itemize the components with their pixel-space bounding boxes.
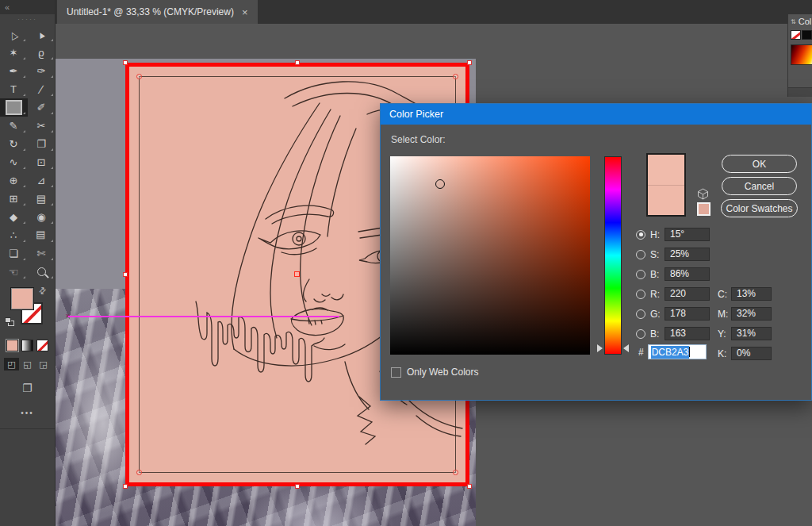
collapse-icon[interactable]: « bbox=[5, 2, 10, 12]
tool-pen[interactable]: ✒ bbox=[0, 62, 28, 80]
swap-fill-stroke-icon[interactable]: ⇄ bbox=[36, 285, 49, 298]
tool-width[interactable]: ∿ bbox=[0, 153, 28, 171]
selection-handle[interactable] bbox=[467, 60, 472, 65]
tool-gradient[interactable]: ▤ bbox=[28, 190, 56, 208]
b-label: B: bbox=[650, 269, 665, 280]
tool-shaper[interactable]: ✎ bbox=[0, 117, 28, 135]
c-input[interactable]: 13% bbox=[731, 287, 772, 301]
selection-handle[interactable] bbox=[123, 60, 128, 65]
m-input[interactable]: 32% bbox=[731, 307, 772, 321]
ok-button[interactable]: OK bbox=[722, 155, 797, 173]
tool-rectangle[interactable]: ▣ bbox=[0, 98, 28, 117]
b-radio[interactable] bbox=[636, 270, 645, 279]
s-radio[interactable] bbox=[636, 250, 645, 259]
magic-wand-icon: ✶ bbox=[10, 48, 18, 58]
tool-rotate[interactable]: ↻ bbox=[0, 135, 28, 153]
h-radio[interactable] bbox=[636, 230, 645, 240]
tool-line-segment[interactable]: ∕ bbox=[28, 80, 56, 98]
fill-color-swatch[interactable] bbox=[10, 287, 34, 310]
none-button[interactable] bbox=[36, 340, 48, 351]
panel-collapse-icon[interactable]: ⇅ bbox=[791, 18, 796, 25]
r-input[interactable]: 220 bbox=[665, 287, 710, 301]
selection-handle[interactable] bbox=[467, 484, 472, 489]
only-web-colors-checkbox[interactable] bbox=[391, 367, 401, 378]
edit-toolbar-icon[interactable]: ••• bbox=[0, 409, 55, 417]
tool-shape-builder[interactable]: ⊕ bbox=[0, 171, 28, 190]
illustrator-window: ✕ Untitled-1* @ 33,33 % (CMYK/Preview) ×… bbox=[0, 0, 812, 526]
tool-blend[interactable]: ◉ bbox=[28, 208, 56, 226]
k-input[interactable]: 0% bbox=[731, 347, 772, 360]
tool-free-transform[interactable]: ⊡ bbox=[28, 153, 56, 171]
tool-symbol-sprayer[interactable]: ∴ bbox=[0, 226, 28, 244]
screen-mode-icon[interactable]: ❐ bbox=[0, 382, 55, 394]
g-radio[interactable] bbox=[636, 309, 645, 319]
tool-artboard[interactable]: ❏ bbox=[0, 244, 28, 263]
y-label: Y: bbox=[718, 328, 731, 340]
g-label: G: bbox=[650, 309, 665, 320]
panel-stroke-swatch[interactable] bbox=[802, 30, 812, 40]
selection-handle[interactable] bbox=[123, 272, 128, 277]
tool-direct-selection[interactable]: ▲ bbox=[28, 25, 56, 44]
b2-input[interactable]: 163 bbox=[665, 327, 710, 340]
document-tab-title: Untitled-1* @ 33,33 % (CMYK/Preview) bbox=[67, 6, 234, 17]
direct-selection-icon: ▲ bbox=[35, 28, 48, 40]
color-field-marker[interactable] bbox=[435, 179, 445, 189]
tool-slice[interactable]: ✄ bbox=[28, 244, 56, 263]
hue-slider-handle[interactable] bbox=[623, 344, 629, 352]
b-input[interactable]: 86% bbox=[665, 267, 710, 281]
tool-scale[interactable]: ❐ bbox=[28, 135, 56, 153]
out-of-web-gamut-icon[interactable] bbox=[697, 188, 709, 200]
color-mode-buttons bbox=[0, 340, 55, 351]
tool-lasso[interactable]: ϱ bbox=[28, 44, 56, 62]
text-caret bbox=[689, 347, 690, 357]
tool-scissors[interactable]: ✂ bbox=[28, 117, 56, 135]
s-input[interactable]: 25% bbox=[665, 248, 710, 261]
tool-hand[interactable]: ☜ bbox=[0, 263, 28, 281]
toolbar-grip-icon[interactable]: ····· bbox=[0, 14, 55, 25]
document-tab[interactable]: Untitled-1* @ 33,33 % (CMYK/Preview) × bbox=[57, 0, 258, 24]
tool-mesh[interactable]: ⊞ bbox=[0, 190, 28, 208]
tool-perspective-grid[interactable]: ⊿ bbox=[28, 171, 56, 190]
selection-handle[interactable] bbox=[295, 60, 300, 65]
websafe-color-swatch[interactable] bbox=[697, 202, 710, 216]
draw-inside-button[interactable]: ◲ bbox=[36, 358, 51, 371]
tool-column-graph[interactable]: ▥ bbox=[28, 226, 56, 244]
color-picker-dialog: Color Picker Select Color: OK Cancel Col… bbox=[380, 103, 812, 401]
close-tab-icon[interactable]: × bbox=[242, 6, 248, 18]
scissors-icon: ✂ bbox=[37, 121, 46, 131]
field-row-k: K:0% bbox=[718, 347, 772, 360]
color-field[interactable] bbox=[390, 156, 590, 355]
tool-type[interactable]: T bbox=[0, 80, 28, 98]
h-input[interactable]: 15° bbox=[665, 228, 710, 241]
r-label: R: bbox=[650, 289, 665, 300]
tool-curvature-pen[interactable]: ✑ bbox=[28, 62, 56, 80]
panel-fill-none-swatch[interactable] bbox=[791, 30, 801, 40]
tool-eyedropper[interactable]: ◆ bbox=[0, 208, 28, 226]
cancel-button[interactable]: Cancel bbox=[722, 177, 797, 195]
toolbar-collapse-bar[interactable]: « bbox=[0, 0, 55, 14]
draw-behind-button[interactable]: ◱ bbox=[20, 358, 35, 371]
dialog-title-bar[interactable]: Color Picker bbox=[381, 104, 811, 125]
tool-zoom[interactable] bbox=[28, 263, 56, 281]
color-button[interactable] bbox=[6, 340, 18, 351]
tool-paintbrush[interactable]: ✐ bbox=[28, 98, 56, 117]
color-spectrum-bar[interactable] bbox=[791, 44, 812, 65]
y-input[interactable]: 31% bbox=[731, 327, 772, 340]
field-row-b: B:86% bbox=[636, 267, 710, 281]
default-colors-icon[interactable] bbox=[5, 317, 15, 327]
selection-handle[interactable] bbox=[123, 484, 128, 489]
selection-handle[interactable] bbox=[295, 484, 300, 489]
hex-input[interactable]: DCB2A3 bbox=[648, 344, 707, 359]
anchor-point[interactable] bbox=[294, 271, 300, 277]
measure-line[interactable] bbox=[68, 316, 339, 317]
r-radio[interactable] bbox=[636, 290, 645, 299]
hue-slider-handle[interactable] bbox=[597, 344, 603, 352]
hue-slider[interactable] bbox=[604, 156, 622, 355]
draw-normal-button[interactable]: ◰ bbox=[4, 358, 19, 371]
g-input[interactable]: 178 bbox=[665, 307, 710, 321]
tool-selection[interactable]: △ bbox=[0, 25, 28, 44]
tool-magic-wand[interactable]: ✶ bbox=[0, 44, 28, 62]
b2-radio[interactable] bbox=[636, 329, 645, 339]
gradient-button[interactable] bbox=[21, 340, 33, 351]
color-swatches-button[interactable]: Color Swatches bbox=[721, 199, 798, 217]
